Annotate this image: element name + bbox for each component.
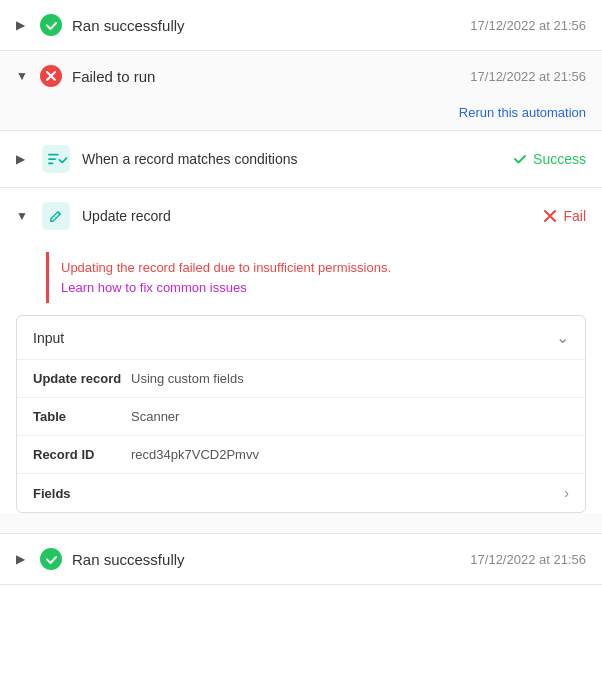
- input-card: Input ⌄ Update record Using custom field…: [16, 315, 586, 513]
- run-timestamp-failed: 17/12/2022 at 21:56: [470, 69, 586, 84]
- error-block: Updating the record failed due to insuff…: [46, 252, 586, 303]
- input-row-label-0: Update record: [33, 371, 123, 386]
- run-timestamp-bottom: 17/12/2022 at 21:56: [470, 552, 586, 567]
- input-chevron-icon: ⌄: [556, 328, 569, 347]
- run-label-top: Ran successfully: [72, 17, 460, 34]
- error-text: Updating the record failed due to insuff…: [61, 260, 574, 275]
- step-condition-header[interactable]: ▶ When a record matches conditions Succe…: [0, 131, 602, 187]
- run-header-top[interactable]: ▶ Ran successfully 17/12/2022 at 21:56: [0, 0, 602, 50]
- input-row-record-id: Record ID recd34pk7VCD2Pmvv: [17, 436, 585, 474]
- fields-chevron-icon: ›: [564, 485, 569, 501]
- run-header-failed[interactable]: ▼ Failed to run 17/12/2022 at 21:56: [0, 51, 602, 101]
- failed-body: Rerun this automation ▶ When a record ma…: [0, 101, 602, 533]
- run-item-bottom: ▶ Ran successfully 17/12/2022 at 21:56: [0, 534, 602, 585]
- rerun-link[interactable]: Rerun this automation: [459, 105, 586, 120]
- step-condition-label: When a record matches conditions: [82, 151, 502, 167]
- input-row-value-2: recd34pk7VCD2Pmvv: [131, 447, 259, 462]
- run-label-bottom: Ran successfully: [72, 551, 460, 568]
- expand-step-condition[interactable]: ▶: [16, 152, 30, 166]
- step-update-status-label: Fail: [563, 208, 586, 224]
- input-row-label-2: Record ID: [33, 447, 123, 462]
- run-header-bottom[interactable]: ▶ Ran successfully 17/12/2022 at 21:56: [0, 534, 602, 584]
- expand-step-update[interactable]: ▼: [16, 209, 30, 223]
- expand-button-top[interactable]: ▶: [16, 18, 30, 32]
- step-update-label: Update record: [82, 208, 532, 224]
- input-row-label-1: Table: [33, 409, 123, 424]
- input-row-value-0: Using custom fields: [131, 371, 244, 386]
- step-update-header[interactable]: ▼ Update record Fail: [0, 188, 602, 244]
- input-card-title: Input: [33, 330, 64, 346]
- input-row-value-1: Scanner: [131, 409, 179, 424]
- condition-icon: [40, 143, 72, 175]
- step-condition-status-label: Success: [533, 151, 586, 167]
- error-learn-link[interactable]: Learn how to fix common issues: [61, 280, 247, 295]
- input-card-header[interactable]: Input ⌄: [17, 316, 585, 360]
- step-condition: ▶ When a record matches conditions Succe…: [0, 130, 602, 187]
- step-update: ▼ Update record Fail: [0, 187, 602, 513]
- run-label-failed: Failed to run: [72, 68, 460, 85]
- run-item-failed: ▼ Failed to run 17/12/2022 at 21:56 Reru…: [0, 51, 602, 534]
- input-row-label-3: Fields: [33, 486, 123, 501]
- expand-button-bottom[interactable]: ▶: [16, 552, 30, 566]
- step-update-status: Fail: [542, 208, 586, 224]
- status-icon-bottom: [40, 548, 62, 570]
- rerun-link-container: Rerun this automation: [0, 101, 602, 130]
- input-row-fields[interactable]: Fields ›: [17, 474, 585, 512]
- input-row-update-record: Update record Using custom fields: [17, 360, 585, 398]
- step-condition-status: Success: [512, 151, 586, 167]
- status-icon-failed: [40, 65, 62, 87]
- run-item-top: ▶ Ran successfully 17/12/2022 at 21:56: [0, 0, 602, 51]
- run-timestamp-top: 17/12/2022 at 21:56: [470, 18, 586, 33]
- input-row-table: Table Scanner: [17, 398, 585, 436]
- status-icon-top: [40, 14, 62, 36]
- expand-button-failed[interactable]: ▼: [16, 69, 30, 83]
- update-icon: [40, 200, 72, 232]
